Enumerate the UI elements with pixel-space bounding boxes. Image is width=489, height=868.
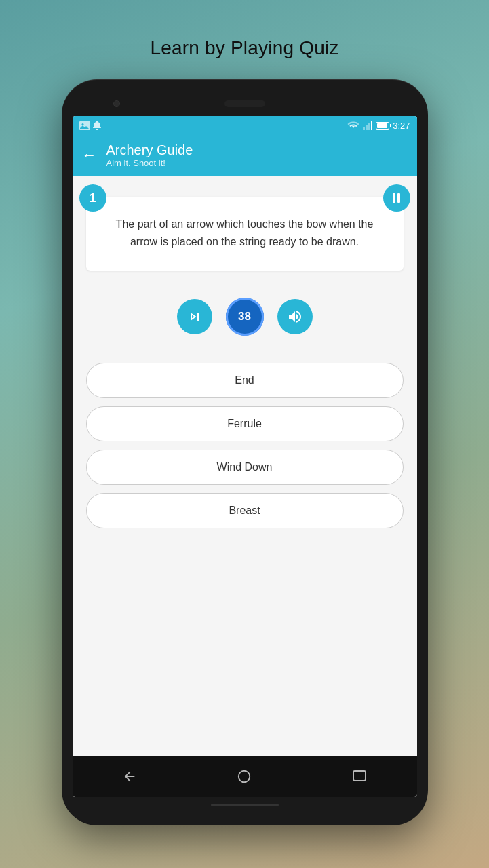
home-nav-icon xyxy=(237,769,252,784)
svg-rect-5 xyxy=(371,121,372,130)
phone-speaker xyxy=(224,100,265,107)
answer-btn-2[interactable]: Wind Down xyxy=(86,450,404,485)
phone-screen: 3:27 ← Archery Guide Aim it. Shoot it! 1 xyxy=(73,116,417,797)
question-text: The part of an arrow which touches the b… xyxy=(101,216,389,250)
app-bar: ← Archery Guide Aim it. Shoot it! xyxy=(73,135,417,176)
battery-icon xyxy=(376,122,389,130)
answers-section: End Ferrule Wind Down Breast xyxy=(86,363,404,528)
back-button[interactable]: ← xyxy=(82,148,97,163)
phone-top-bar xyxy=(73,92,417,116)
page-title: Learn by Playing Quiz xyxy=(150,37,338,59)
status-time: 3:27 xyxy=(393,121,410,131)
back-nav-button[interactable] xyxy=(121,768,138,785)
home-nav-button[interactable] xyxy=(235,768,253,785)
sound-icon xyxy=(287,309,303,325)
svg-point-1 xyxy=(81,123,83,125)
skip-icon xyxy=(187,309,203,325)
svg-rect-3 xyxy=(366,125,368,130)
question-card: 1 The part of an arrow which touches the… xyxy=(86,197,404,271)
app-subtitle: Aim it. Shoot it! xyxy=(106,158,193,168)
sound-button[interactable] xyxy=(277,299,313,334)
svg-rect-7 xyxy=(353,771,366,781)
answer-btn-3[interactable]: Breast xyxy=(86,493,404,528)
answer-btn-1[interactable]: Ferrule xyxy=(86,406,404,441)
status-icons-right: 3:27 xyxy=(347,121,410,131)
recents-nav-icon xyxy=(353,770,366,783)
pause-button[interactable] xyxy=(383,184,410,212)
screen-content: 1 The part of an arrow which touches the… xyxy=(73,176,417,756)
svg-rect-2 xyxy=(363,127,365,130)
question-number-badge: 1 xyxy=(79,184,106,212)
pause-icon xyxy=(393,193,400,203)
answer-btn-0[interactable]: End xyxy=(86,363,404,398)
phone-camera xyxy=(113,100,120,107)
timer-circle: 38 xyxy=(226,298,264,336)
signal-icon xyxy=(363,121,372,130)
app-title: Archery Guide xyxy=(106,142,193,158)
notification-icon xyxy=(93,121,101,130)
back-nav-icon xyxy=(122,769,137,784)
svg-point-6 xyxy=(239,771,250,783)
phone-wrapper: 3:27 ← Archery Guide Aim it. Shoot it! 1 xyxy=(62,79,428,825)
wifi-icon xyxy=(347,121,359,130)
skip-button[interactable] xyxy=(177,299,212,334)
svg-rect-4 xyxy=(368,123,370,130)
status-bar: 3:27 xyxy=(73,116,417,135)
phone-nav-bar xyxy=(73,756,417,797)
controls-row: 38 xyxy=(177,298,313,336)
status-icons-left xyxy=(79,121,101,130)
recents-nav-button[interactable] xyxy=(351,768,368,785)
image-icon xyxy=(79,121,90,130)
